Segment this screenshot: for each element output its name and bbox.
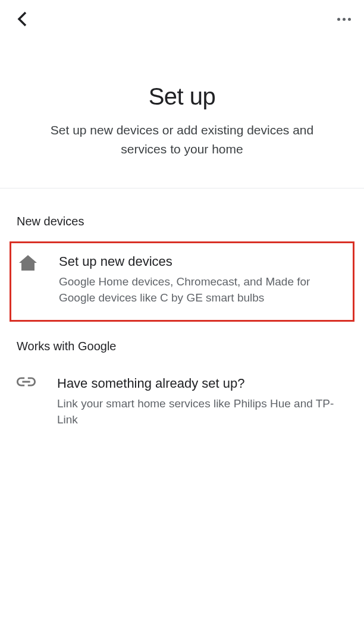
content: New devices Set up new devices Google Ho… <box>0 189 364 438</box>
section-label-works-with: Works with Google <box>0 335 364 367</box>
link-services-item[interactable]: Have something already set up? Link your… <box>0 367 364 438</box>
setup-new-devices-item[interactable]: Set up new devices Google Home devices, … <box>10 241 354 322</box>
item-text: Set up new devices Google Home devices, … <box>59 254 348 306</box>
page-subtitle: Set up new devices or add existing devic… <box>30 121 334 158</box>
item-desc: Link your smart home services like Phili… <box>57 396 347 428</box>
back-button[interactable] <box>17 11 29 27</box>
more-dots-icon <box>337 18 340 21</box>
item-title: Have something already set up? <box>57 376 347 391</box>
more-button[interactable] <box>337 18 351 21</box>
header-section: Set up Set up new devices or add existin… <box>0 36 364 188</box>
item-title: Set up new devices <box>59 254 348 269</box>
home-icon <box>18 254 37 271</box>
item-text: Have something already set up? Link your… <box>57 376 347 428</box>
item-desc: Google Home devices, Chromecast, and Mad… <box>59 274 348 306</box>
section-label-new-devices: New devices <box>0 215 364 241</box>
top-bar <box>0 0 364 36</box>
chevron-left-icon <box>17 11 29 27</box>
page-title: Set up <box>30 83 334 110</box>
link-icon <box>17 376 36 387</box>
